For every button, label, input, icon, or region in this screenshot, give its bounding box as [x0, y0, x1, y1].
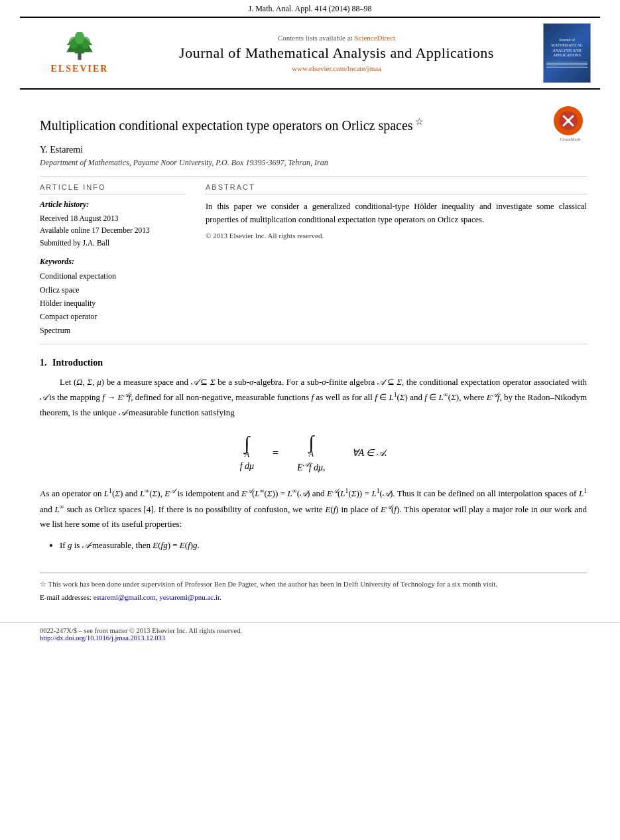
journal-title-header: Journal of Mathematical Analysis and App…: [139, 44, 534, 62]
keyword-4: Compact operator: [40, 310, 186, 323]
article-title-block: Multiplication conditional expectation t…: [40, 103, 540, 138]
and-text: and: [40, 504, 52, 514]
properties-list: If g is 𝒜-measurable, then E(fg) = E(f)g…: [40, 538, 587, 553]
article-info-header: ARTICLE INFO: [40, 183, 186, 194]
body-para1: Let (Ω, Σ, μ) be a measure space and 𝒜 ⊆…: [40, 375, 587, 420]
sciencedirect-link[interactable]: ScienceDirect: [354, 34, 395, 42]
abstract-header: ABSTRACT: [206, 183, 587, 194]
footer-bar: 0022-247X/$ – see front matter © 2013 El…: [0, 622, 620, 646]
footnote-text: ☆ This work has been done under supervis…: [40, 579, 587, 590]
crossmark-badge: CrossMark: [554, 106, 587, 139]
journal-cover-text: Journal of MATHEMATICAL ANALYSIS AND APP…: [551, 38, 582, 58]
formula-content: ∫ A f dμ = ∫ A E𝒜f dμ, ∀A ∈ 𝒜.: [240, 433, 387, 473]
crossmark-label: CrossMark: [554, 137, 587, 142]
history-available: Available online 17 December 2013: [40, 224, 186, 236]
footnote-email: E-mail addresses: estaremi@gmail.com, ye…: [40, 592, 587, 603]
citation-text: J. Math. Anal. Appl. 414 (2014) 88–98: [249, 4, 372, 13]
elsevier-label: ELSEVIER: [51, 64, 109, 74]
footer-doi-link[interactable]: http://dx.doi.org/10.1016/j.jmaa.2013.12…: [40, 634, 165, 642]
footer-issn: 0022-247X/$ – see front matter © 2013 El…: [40, 627, 580, 634]
history-submitted: Submitted by J.A. Ball: [40, 237, 186, 249]
history-received: Received 18 August 2013: [40, 212, 186, 224]
affiliation: Department of Mathematics, Payame Noor U…: [40, 158, 587, 168]
keyword-3: Hölder inequality: [40, 297, 186, 310]
email-link-2[interactable]: yestaremi@pnu.ac.ir: [159, 593, 219, 601]
history-label: Article history:: [40, 200, 186, 210]
two-col-info-abstract: ARTICLE INFO Article history: Received 1…: [40, 183, 587, 337]
footnote-area: ☆ This work has been done under supervis…: [40, 573, 587, 602]
page: J. Math. Anal. Appl. 414 (2014) 88–98 EL…: [0, 0, 620, 840]
email-link-1[interactable]: estaremi@gmail.com: [93, 593, 156, 601]
svg-rect-0: [78, 53, 81, 60]
author-name: Y. Estaremi: [40, 145, 587, 155]
section-introduction-header: 1. Introduction: [40, 358, 587, 368]
svg-point-8: [566, 119, 570, 123]
journal-url: www.elsevier.com/locate/jmaa: [139, 64, 534, 72]
keywords-section: Keywords: Conditional expectation Orlicz…: [40, 257, 186, 337]
body-para2: As an operator on L1(Σ) and L∞(Σ), E𝒜 is…: [40, 486, 587, 531]
article-title: Multiplication conditional expectation t…: [40, 116, 540, 134]
abstract-text: In this paper we consider a generalized …: [206, 200, 587, 226]
title-area: Multiplication conditional expectation t…: [40, 103, 587, 139]
contents-line: Contents lists available at ScienceDirec…: [139, 34, 534, 42]
abstract-col: ABSTRACT In this paper we consider a gen…: [206, 183, 587, 337]
elsevier-tree-icon: [60, 32, 99, 62]
title-star: ☆: [413, 117, 424, 127]
formula-block: ∫ A f dμ = ∫ A E𝒜f dμ, ∀A ∈ 𝒜.: [40, 433, 587, 473]
keywords-label: Keywords:: [40, 257, 186, 267]
journal-header: ELSEVIER Contents lists available at Sci…: [20, 17, 600, 90]
header-left: ELSEVIER: [27, 32, 133, 74]
section-number: 1.: [40, 358, 47, 368]
copyright-line: © 2013 Elsevier Inc. All rights reserved…: [206, 232, 587, 240]
list-item: If g is 𝒜-measurable, then E(fg) = E(f)g…: [60, 538, 587, 553]
footnote-star: ☆: [40, 580, 48, 588]
separator-line: [40, 176, 587, 176]
keyword-2: Orlicz space: [40, 283, 186, 297]
header-right: Journal of MATHEMATICAL ANALYSIS AND APP…: [540, 23, 593, 83]
citation-bar: J. Math. Anal. Appl. 414 (2014) 88–98: [0, 0, 620, 17]
svg-point-4: [75, 32, 84, 44]
article-info-col: ARTICLE INFO Article history: Received 1…: [40, 183, 186, 337]
journal-cover: Journal of MATHEMATICAL ANALYSIS AND APP…: [543, 23, 591, 83]
crossmark-icon: [554, 106, 583, 135]
separator-line-2: [40, 344, 587, 344]
header-center: Contents lists available at ScienceDirec…: [133, 34, 540, 72]
main-content: Multiplication conditional expectation t…: [0, 90, 620, 616]
keyword-5: Spectrum: [40, 324, 186, 337]
keyword-1: Conditional expectation: [40, 269, 186, 283]
section-title: Introduction: [52, 358, 103, 368]
